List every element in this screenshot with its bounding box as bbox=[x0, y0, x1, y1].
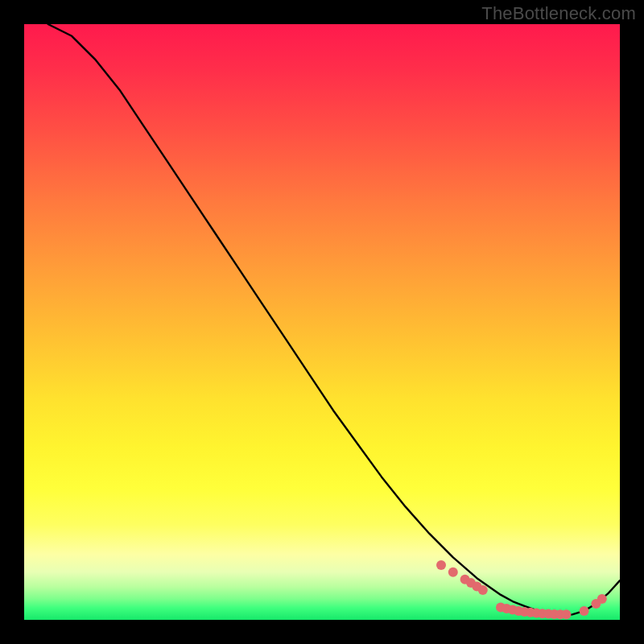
curve-svg bbox=[24, 24, 620, 620]
chart-frame: TheBottleneck.com bbox=[0, 0, 644, 644]
highlight-dot bbox=[561, 609, 571, 619]
highlight-dot bbox=[436, 560, 446, 570]
plot-area bbox=[24, 24, 620, 620]
highlight-dot bbox=[597, 594, 607, 604]
bottleneck-curve-path bbox=[48, 24, 620, 615]
highlight-dot bbox=[448, 568, 458, 577]
highlight-markers bbox=[436, 560, 607, 619]
highlight-dot bbox=[478, 585, 488, 595]
highlight-dot bbox=[580, 606, 589, 616]
watermark-text: TheBottleneck.com bbox=[481, 3, 636, 24]
